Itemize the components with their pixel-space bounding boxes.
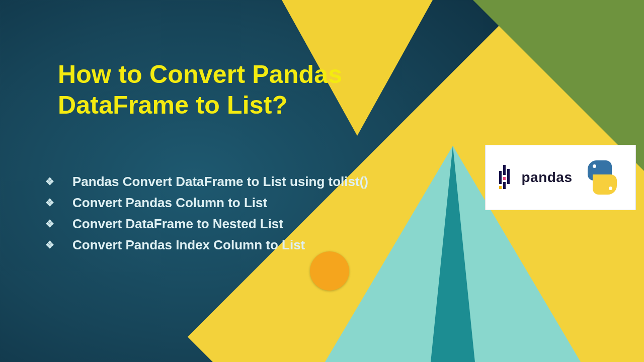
pandas-wordmark: pandas (521, 169, 572, 186)
diamond-bullet-icon: ❖ (45, 219, 54, 229)
diamond-bullet-icon: ❖ (45, 240, 54, 250)
pandas-mark-icon (499, 165, 512, 190)
list-item: ❖ Convert DataFrame to Nested List (45, 213, 408, 234)
bullet-text: Convert DataFrame to Nested List (72, 213, 283, 234)
list-item: ❖ Pandas Convert DataFrame to List using… (45, 171, 408, 192)
bullet-text: Pandas Convert DataFrame to List using t… (72, 171, 368, 192)
bullet-list: ❖ Pandas Convert DataFrame to List using… (45, 171, 408, 255)
pandas-python-logo-card: pandas (485, 145, 636, 210)
diamond-bullet-icon: ❖ (45, 176, 54, 187)
slide-title-line1: How to Convert Pandas (58, 60, 342, 88)
slide-canvas: How to Convert Pandas DataFrame to List?… (0, 0, 644, 362)
list-item: ❖ Convert Pandas Index Column to List (45, 234, 408, 255)
slide-title: How to Convert Pandas DataFrame to List? (58, 59, 420, 121)
slide-title-line2: DataFrame to List? (58, 91, 287, 119)
bullet-text: Convert Pandas Index Column to List (72, 234, 305, 255)
bg-circle-orange (310, 251, 349, 291)
list-item: ❖ Convert Pandas Column to List (45, 192, 408, 213)
diamond-bullet-icon: ❖ (45, 198, 54, 208)
bg-triangle-teal (430, 146, 475, 362)
bullet-text: Convert Pandas Column to List (72, 192, 267, 213)
python-logo-icon (582, 157, 622, 198)
